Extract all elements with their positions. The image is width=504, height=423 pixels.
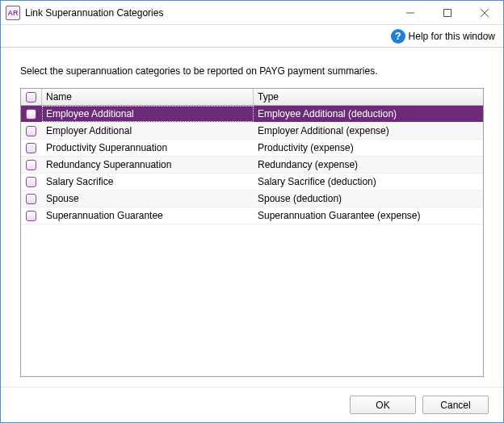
row-name-cell: Superannuation Guarantee	[42, 207, 254, 224]
row-type-cell: Productivity (expense)	[254, 140, 483, 156]
row-checkbox-cell	[21, 106, 42, 122]
row-type-cell: Redundancy (expense)	[254, 157, 483, 173]
maximize-icon	[443, 9, 452, 17]
minimize-icon	[406, 9, 414, 17]
table-row[interactable]: Employee AdditionalEmployee Additional (…	[21, 106, 483, 123]
row-checkbox[interactable]	[26, 143, 36, 153]
row-checkbox-cell	[21, 140, 42, 156]
table-body: Employee AdditionalEmployee Additional (…	[21, 106, 483, 224]
table-row[interactable]: Employer AdditionalEmployer Additional (…	[21, 123, 483, 140]
table-header-row: Name Type	[21, 89, 483, 106]
row-name-cell: Employer Additional	[42, 123, 254, 139]
row-name-cell: Productivity Superannuation	[42, 140, 254, 156]
row-type-cell: Employee Additional (deduction)	[254, 106, 483, 122]
svg-rect-1	[444, 9, 452, 16]
table-row[interactable]: Salary SacrificeSalary Sacrifice (deduct…	[21, 174, 483, 191]
row-checkbox[interactable]	[26, 177, 36, 187]
minimize-button[interactable]	[392, 1, 429, 25]
help-bar: ? Help for this window	[1, 25, 503, 48]
row-checkbox[interactable]	[26, 126, 36, 136]
row-checkbox-cell	[21, 191, 42, 207]
app-icon: AR	[6, 6, 20, 20]
table-row[interactable]: Superannuation GuaranteeSuperannuation G…	[21, 207, 483, 224]
window-title: Link Superannuation Categories	[25, 7, 392, 19]
row-checkbox[interactable]	[26, 109, 36, 119]
row-type-cell: Employer Additional (expense)	[254, 123, 483, 139]
ok-button[interactable]: OK	[350, 396, 416, 414]
header-name[interactable]: Name	[42, 89, 254, 105]
row-checkbox-cell	[21, 174, 42, 190]
table-row[interactable]: Redundancy SuperannuationRedundancy (exp…	[21, 157, 483, 174]
maximize-button[interactable]	[429, 1, 466, 25]
table-row[interactable]: SpouseSpouse (deduction)	[21, 191, 483, 207]
row-name-cell: Salary Sacrifice	[42, 174, 254, 190]
content-area: Select the superannuation categories to …	[1, 48, 503, 387]
row-name-cell: Employee Additional	[42, 106, 254, 122]
close-button[interactable]	[466, 1, 503, 25]
row-type-cell: Spouse (deduction)	[254, 191, 483, 207]
titlebar: AR Link Superannuation Categories	[1, 1, 503, 25]
row-name-cell: Spouse	[42, 191, 254, 207]
row-checkbox[interactable]	[26, 194, 36, 204]
select-all-checkbox[interactable]	[26, 92, 36, 103]
row-name-cell: Redundancy Superannuation	[42, 157, 254, 173]
window-controls	[392, 1, 503, 25]
row-checkbox-cell	[21, 157, 42, 173]
help-icon[interactable]: ?	[391, 29, 405, 44]
dialog-window: AR Link Superannuation Categories ? Help…	[0, 0, 504, 423]
help-link[interactable]: Help for this window	[409, 31, 495, 42]
categories-table: Name Type Employee AdditionalEmployee Ad…	[20, 88, 484, 377]
row-checkbox-cell	[21, 207, 42, 224]
row-type-cell: Salary Sacrifice (deduction)	[254, 174, 483, 190]
instruction-text: Select the superannuation categories to …	[20, 65, 484, 77]
row-type-cell: Superannuation Guarantee (expense)	[254, 207, 483, 224]
row-checkbox-cell	[21, 123, 42, 139]
table-row[interactable]: Productivity SuperannuationProductivity …	[21, 140, 483, 157]
cancel-button[interactable]: Cancel	[422, 396, 489, 414]
dialog-button-row: OK Cancel	[1, 387, 503, 422]
close-icon	[481, 9, 489, 17]
row-checkbox[interactable]	[26, 211, 36, 221]
row-checkbox[interactable]	[26, 160, 36, 170]
header-type[interactable]: Type	[254, 89, 483, 105]
header-checkbox-cell	[21, 89, 42, 105]
